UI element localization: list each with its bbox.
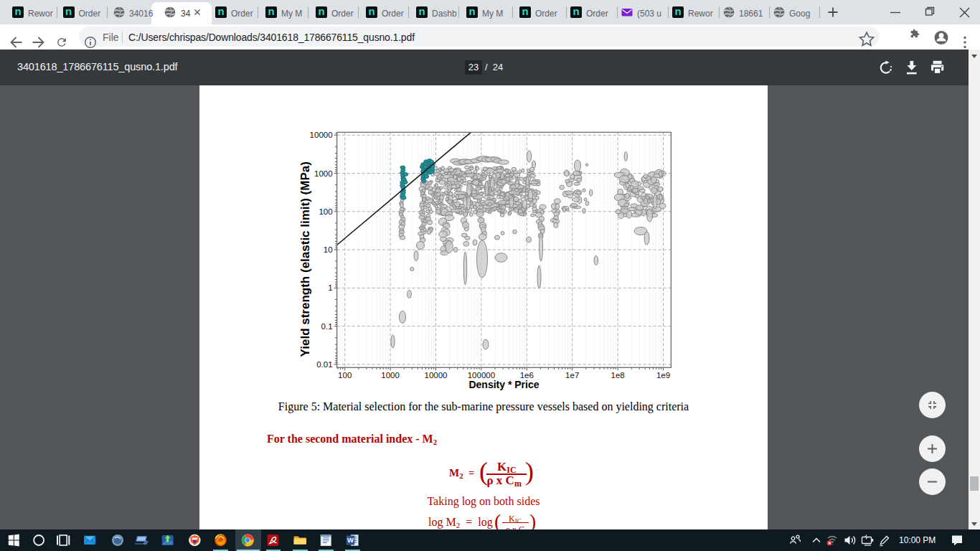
svg-text:W: W (347, 536, 354, 544)
